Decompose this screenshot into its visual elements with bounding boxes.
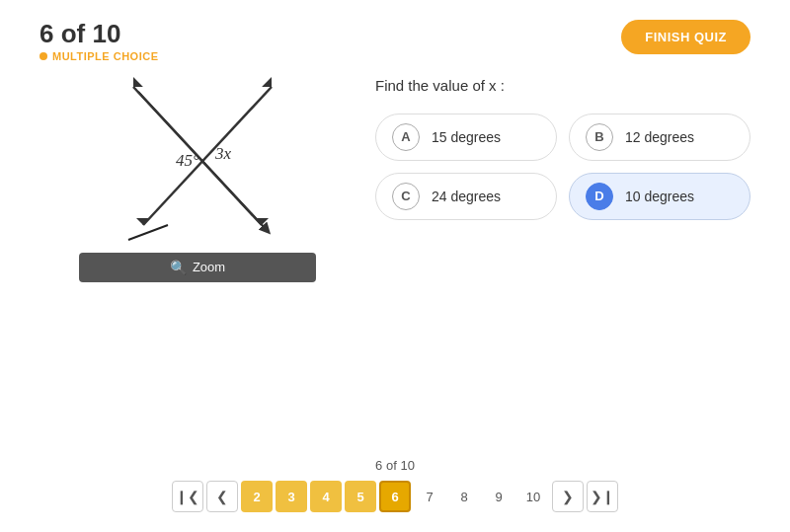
svg-text:45°: 45° — [176, 151, 199, 170]
answer-text-d: 10 degrees — [625, 189, 694, 204]
svg-text:3x: 3x — [214, 144, 232, 163]
type-dot-icon — [40, 52, 47, 60]
last-page-button[interactable]: ❯❙ — [587, 481, 618, 512]
answer-badge-a: A — [392, 123, 420, 151]
answer-badge-c: C — [392, 183, 420, 210]
question-counter: 6 of 10 MULTIPLE CHOICE — [40, 20, 159, 62]
diagram-svg: 45° 3x — [69, 72, 326, 245]
question-type-label: MULTIPLE CHOICE — [52, 50, 159, 62]
answer-badge-b: B — [586, 123, 613, 151]
diagram-container: 45° 3x — [69, 72, 326, 245]
svg-line-1 — [128, 225, 168, 240]
page-button-7[interactable]: 7 — [414, 481, 445, 512]
page-button-3[interactable]: 3 — [276, 481, 307, 512]
answer-option-a[interactable]: A 15 degrees — [375, 114, 557, 161]
page-button-2[interactable]: 2 — [241, 481, 273, 512]
counter-number: 6 of 10 — [40, 20, 159, 48]
zoom-label: Zoom — [193, 260, 225, 274]
question-section: Find the value of x : A 15 degrees B 12 … — [375, 72, 750, 220]
page-button-4[interactable]: 4 — [310, 481, 342, 512]
answer-text-a: 15 degrees — [432, 129, 501, 145]
answer-option-b[interactable]: B 12 degrees — [569, 114, 750, 161]
zoom-icon: 🔍 — [170, 260, 187, 275]
answer-text-c: 24 degrees — [432, 189, 501, 204]
page-button-10[interactable]: 10 — [517, 481, 549, 512]
zoom-button[interactable]: 🔍 Zoom — [79, 253, 316, 282]
question-type: MULTIPLE CHOICE — [40, 50, 159, 62]
page-button-5[interactable]: 5 — [345, 481, 376, 512]
page-button-9[interactable]: 9 — [483, 481, 514, 512]
prev-page-button[interactable]: ❮ — [206, 481, 238, 512]
answer-option-d[interactable]: D 10 degrees — [569, 173, 750, 220]
main-content: 45° 3x 🔍 Zoom Find the value of x : — [40, 72, 750, 448]
svg-line-5 — [143, 87, 272, 225]
answer-option-c[interactable]: C 24 degrees — [375, 173, 557, 220]
page-button-8[interactable]: 8 — [448, 481, 480, 512]
answer-badge-d: D — [586, 183, 613, 210]
next-page-button[interactable]: ❯ — [552, 481, 584, 512]
first-page-button[interactable]: ❙❮ — [172, 481, 203, 512]
pagination-controls: ❙❮ ❮ 2 3 4 5 6 7 8 9 10 ❯ ❯❙ — [172, 481, 618, 512]
footer: 6 of 10 ❙❮ ❮ 2 3 4 5 6 7 8 9 10 ❯ — [40, 458, 750, 512]
answers-grid: A 15 degrees B 12 degrees C 24 degrees D… — [375, 114, 750, 220]
image-section: 45° 3x 🔍 Zoom — [40, 72, 356, 282]
header: 6 of 10 MULTIPLE CHOICE FINISH QUIZ — [40, 20, 750, 62]
quiz-page: 6 of 10 MULTIPLE CHOICE FINISH QUIZ — [0, 0, 790, 532]
question-text: Find the value of x : — [375, 77, 750, 94]
pagination-label: 6 of 10 — [375, 458, 415, 473]
answer-text-b: 12 degrees — [625, 129, 694, 145]
page-button-6[interactable]: 6 — [379, 481, 411, 512]
finish-quiz-button[interactable]: FINISH QUIZ — [621, 20, 750, 54]
